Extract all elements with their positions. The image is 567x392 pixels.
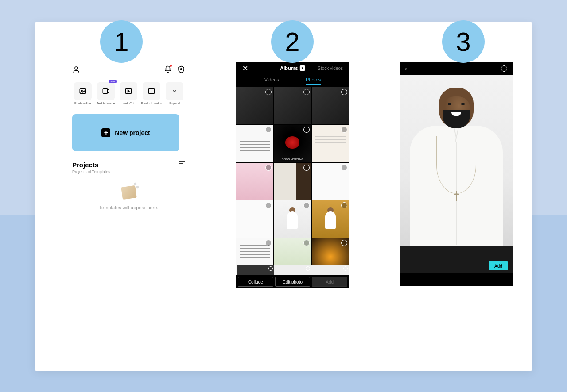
grid-cell[interactable] bbox=[311, 265, 349, 275]
grid-cell[interactable] bbox=[236, 125, 273, 162]
stock-videos-tab[interactable]: Stock videos bbox=[318, 66, 343, 71]
select-circle-icon[interactable] bbox=[265, 202, 272, 208]
select-circle-icon[interactable] bbox=[306, 266, 310, 271]
close-icon[interactable]: ✕ bbox=[242, 64, 248, 73]
select-circle-icon[interactable] bbox=[265, 240, 272, 246]
grid-cell[interactable] bbox=[236, 87, 273, 124]
select-circle-icon[interactable] bbox=[303, 165, 310, 171]
select-circle-icon[interactable] bbox=[341, 127, 347, 133]
grid-cell[interactable] bbox=[237, 265, 274, 275]
select-circle-icon[interactable] bbox=[341, 89, 347, 95]
step-badge-3: 3 bbox=[442, 20, 485, 63]
tool-text-to-image[interactable]: Free Text to image bbox=[95, 82, 117, 105]
grid-cell[interactable] bbox=[312, 87, 349, 124]
select-circle-icon[interactable] bbox=[303, 240, 310, 246]
settings-icon[interactable] bbox=[177, 65, 185, 75]
select-circle-icon[interactable] bbox=[303, 127, 310, 133]
screenshot-1: Photo editor Free Text to image AutoCut … bbox=[72, 64, 185, 210]
select-circle-icon[interactable] bbox=[501, 65, 507, 72]
media-tabs: Videos Photos bbox=[236, 74, 349, 87]
tool-autocut[interactable]: AutoCut bbox=[118, 82, 140, 105]
sort-icon[interactable] bbox=[179, 161, 185, 165]
step-badge-2: 2 bbox=[271, 20, 314, 63]
grid-cell[interactable]: GOOD MORNING bbox=[274, 125, 311, 162]
photo-strip bbox=[236, 265, 349, 275]
select-circle-icon[interactable] bbox=[268, 266, 273, 271]
bottom-action-bar: Collage Edit photo Add bbox=[236, 275, 349, 288]
new-project-label: New project bbox=[115, 129, 150, 136]
empty-text: Templates will appear here. bbox=[99, 205, 159, 210]
tool-label: Photo editor bbox=[74, 102, 91, 105]
projects-empty-state: Templates will appear here. bbox=[72, 186, 185, 210]
svg-text:AI: AI bbox=[151, 91, 152, 93]
clapperboard-icon bbox=[121, 185, 137, 200]
profile-icon[interactable] bbox=[72, 65, 80, 75]
screenshot-3: ‹ bbox=[400, 62, 513, 286]
select-circle-icon[interactable] bbox=[343, 266, 348, 271]
select-circle-icon[interactable] bbox=[341, 165, 347, 171]
notification-icon[interactable] bbox=[164, 65, 172, 75]
tool-label: Text to image bbox=[97, 102, 115, 105]
photo-caption: GOOD MORNING bbox=[274, 158, 311, 161]
grid-cell[interactable] bbox=[274, 163, 311, 200]
back-icon[interactable]: ‹ bbox=[405, 65, 407, 72]
select-circle-icon[interactable] bbox=[265, 89, 272, 95]
svg-rect-4 bbox=[103, 89, 108, 94]
collage-button[interactable]: Collage bbox=[238, 277, 273, 287]
projects-header: Projects Projects of Templates bbox=[72, 161, 185, 174]
select-circle-icon[interactable] bbox=[341, 240, 347, 246]
tab-videos[interactable]: Videos bbox=[264, 77, 279, 85]
svg-point-0 bbox=[75, 67, 78, 69]
picker-top-bar: ✕ Albums ▾ Stock videos bbox=[236, 62, 349, 74]
grid-cell[interactable] bbox=[312, 200, 349, 238]
tool-photo-editor[interactable]: Photo editor bbox=[72, 82, 93, 105]
add-button[interactable]: Add bbox=[489, 261, 508, 270]
photo-preview[interactable] bbox=[400, 75, 513, 246]
preview-top-bar: ‹ bbox=[400, 62, 513, 75]
select-circle-icon[interactable] bbox=[303, 89, 310, 95]
grid-cell[interactable] bbox=[274, 265, 311, 275]
tool-row: Photo editor Free Text to image AutoCut … bbox=[72, 82, 185, 105]
grid-cell[interactable] bbox=[274, 87, 311, 124]
tool-label: AutoCut bbox=[123, 102, 134, 105]
grid-cell[interactable] bbox=[236, 200, 273, 238]
select-circle-icon[interactable] bbox=[341, 202, 347, 208]
portrait-image bbox=[412, 80, 501, 246]
albums-label: Albums bbox=[280, 65, 298, 71]
add-button[interactable]: Add bbox=[312, 277, 347, 287]
projects-subtitle: Projects of Templates bbox=[72, 169, 110, 174]
tab-photos[interactable]: Photos bbox=[306, 77, 321, 85]
chevron-down-icon: ▾ bbox=[300, 65, 305, 71]
projects-title: Projects bbox=[72, 161, 110, 169]
tool-label: Product photos bbox=[141, 102, 162, 105]
preview-bottom-bar: Add bbox=[400, 259, 513, 273]
select-circle-icon[interactable] bbox=[265, 165, 272, 171]
step-badge-1: 1 bbox=[100, 20, 143, 63]
edit-photo-button[interactable]: Edit photo bbox=[275, 277, 311, 287]
photo-grid: GOOD MORNING bbox=[236, 87, 349, 276]
new-project-button[interactable]: + New project bbox=[72, 114, 179, 151]
top-bar bbox=[72, 64, 185, 77]
albums-dropdown[interactable]: Albums ▾ bbox=[280, 65, 305, 71]
plus-icon: + bbox=[101, 128, 110, 137]
grid-cell[interactable] bbox=[312, 163, 349, 200]
grid-cell[interactable] bbox=[312, 125, 349, 162]
grid-cell[interactable] bbox=[236, 163, 273, 200]
select-circle-icon[interactable] bbox=[303, 202, 310, 208]
tool-product-photos[interactable]: AI Product photos bbox=[141, 82, 162, 105]
select-circle-icon[interactable] bbox=[265, 127, 272, 133]
free-badge: Free bbox=[109, 80, 116, 83]
tool-expand[interactable]: Expand bbox=[164, 82, 185, 105]
content-card: 1 2 3 Photo editor Fr bbox=[35, 22, 532, 371]
svg-point-1 bbox=[181, 69, 182, 70]
screenshot-2: ✕ Albums ▾ Stock videos Videos Photos GO… bbox=[236, 62, 349, 288]
grid-cell[interactable] bbox=[274, 200, 311, 238]
preview-spacer bbox=[400, 246, 513, 259]
tool-label: Expand bbox=[169, 102, 180, 105]
